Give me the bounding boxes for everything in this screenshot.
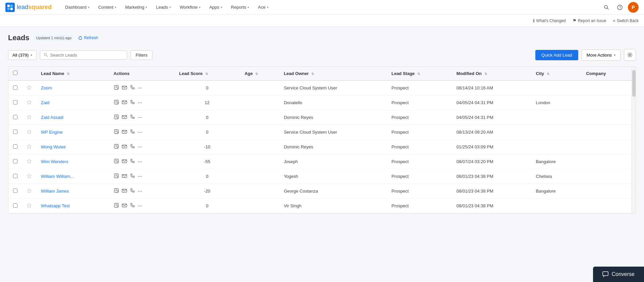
row-checkbox[interactable] [13,130,17,134]
nav-item-dashboard[interactable]: Dashboard ▾ [61,2,94,12]
col-lead-score[interactable]: Lead Score ⇅ [174,67,240,80]
row-checkbox[interactable] [13,115,17,119]
filters-button[interactable]: Filters [130,50,152,60]
col-modified-on[interactable]: Modified On ⇅ [452,67,531,80]
activity-icon[interactable] [114,158,119,165]
more-icon[interactable]: ··· [138,130,143,135]
nav-item-reports[interactable]: Reports ▾ [227,2,254,12]
star-cell[interactable] [22,169,36,184]
star-cell[interactable] [22,140,36,154]
row-checkbox-cell[interactable] [8,169,22,184]
row-checkbox-cell[interactable] [8,140,22,154]
phone-icon[interactable] [130,173,135,180]
row-checkbox-cell[interactable] [8,199,22,213]
quick-add-lead-button[interactable]: Quick Add Lead [535,50,578,60]
star-cell[interactable] [22,80,36,95]
activity-icon[interactable] [114,85,119,91]
nav-item-leads[interactable]: Leads ▾ [152,2,175,12]
email-icon[interactable] [122,114,127,121]
nav-item-workflow[interactable]: Workflow ▾ [176,2,205,12]
phone-icon[interactable] [130,188,135,194]
nav-item-ace[interactable]: Ace ▾ [254,2,272,12]
lead-name-link[interactable]: Zaid Assadi [41,115,63,120]
scrollbar[interactable] [632,67,636,213]
user-avatar[interactable]: P [628,2,639,13]
more-icon[interactable]: ··· [138,159,143,164]
lead-name-link[interactable]: William James [41,189,69,194]
phone-icon[interactable] [130,99,135,106]
help-button[interactable]: ? [614,2,625,13]
activity-icon[interactable] [114,173,119,180]
email-icon[interactable] [122,99,127,106]
more-actions-button[interactable]: More Actions ▾ [582,50,621,61]
switch-back-link[interactable]: « Switch Back [613,18,639,23]
star-cell[interactable] [22,184,36,199]
row-checkbox-cell[interactable] [8,184,22,199]
email-icon[interactable] [122,173,127,180]
select-all-checkbox[interactable] [13,71,17,75]
phone-icon[interactable] [130,203,135,209]
row-checkbox[interactable] [13,174,17,178]
phone-icon[interactable] [130,114,135,121]
row-checkbox-cell[interactable] [8,95,22,110]
row-checkbox-cell[interactable] [8,154,22,169]
row-checkbox[interactable] [13,203,17,208]
phone-icon[interactable] [130,158,135,165]
row-checkbox[interactable] [13,100,17,104]
settings-button[interactable] [624,49,636,61]
row-checkbox-cell[interactable] [8,125,22,140]
col-lead-stage[interactable]: Lead Stage ⇅ [387,67,452,80]
nav-item-content[interactable]: Content ▾ [94,2,121,12]
logo[interactable]: leadsquared [5,3,52,12]
row-checkbox[interactable] [13,85,17,90]
star-cell[interactable] [22,199,36,213]
search-button[interactable] [601,2,612,13]
star-cell[interactable] [22,95,36,110]
email-icon[interactable] [122,203,127,209]
col-city[interactable]: City ⇅ [531,67,581,80]
more-icon[interactable]: ··· [138,144,143,149]
lead-name-link[interactable]: Wong Wulee [41,144,66,149]
more-icon[interactable]: ··· [138,189,143,194]
phone-icon[interactable] [130,129,135,135]
activity-icon[interactable] [114,114,119,121]
more-icon[interactable]: ··· [138,174,143,179]
activity-icon[interactable] [114,188,119,194]
email-icon[interactable] [122,188,127,194]
lead-name-link[interactable]: Whatsapp Test [41,203,70,208]
activity-icon[interactable] [114,203,119,209]
phone-icon[interactable] [130,85,135,91]
lead-name-link[interactable]: Zoom [41,85,52,90]
star-cell[interactable] [22,125,36,140]
report-issue-link[interactable]: ⚑ Report an Issue [573,18,606,23]
search-input[interactable] [50,53,123,58]
email-icon[interactable] [122,85,127,91]
lead-name-link[interactable]: Zaid [41,100,49,105]
email-icon[interactable] [122,144,127,150]
col-lead-owner[interactable]: Lead Owner ⇅ [279,67,387,80]
lead-name-link[interactable]: William William... [41,174,74,179]
nav-item-apps[interactable]: Apps ▾ [205,2,226,12]
email-icon[interactable] [122,158,127,165]
row-checkbox[interactable] [13,189,17,193]
lead-name-link[interactable]: WP Engine [41,130,63,135]
activity-icon[interactable] [114,99,119,106]
more-icon[interactable]: ··· [138,100,143,105]
row-checkbox[interactable] [13,159,17,163]
refresh-button[interactable]: Refresh [78,36,98,40]
star-cell[interactable] [22,154,36,169]
phone-icon[interactable] [130,144,135,150]
star-cell[interactable] [22,110,36,125]
select-all-header[interactable] [8,67,22,80]
more-icon[interactable]: ··· [138,115,143,120]
activity-icon[interactable] [114,129,119,135]
col-age[interactable]: Age ⇅ [240,67,279,80]
nav-item-marketing[interactable]: Marketing ▾ [121,2,151,12]
lead-name-link[interactable]: Wim Wenders [41,159,68,164]
activity-icon[interactable] [114,144,119,150]
row-checkbox-cell[interactable] [8,80,22,95]
all-count-dropdown[interactable]: All (379) ▾ [8,50,37,60]
more-icon[interactable]: ··· [138,203,143,208]
row-checkbox-cell[interactable] [8,110,22,125]
col-lead-name[interactable]: Lead Name ⇅ [36,67,109,80]
